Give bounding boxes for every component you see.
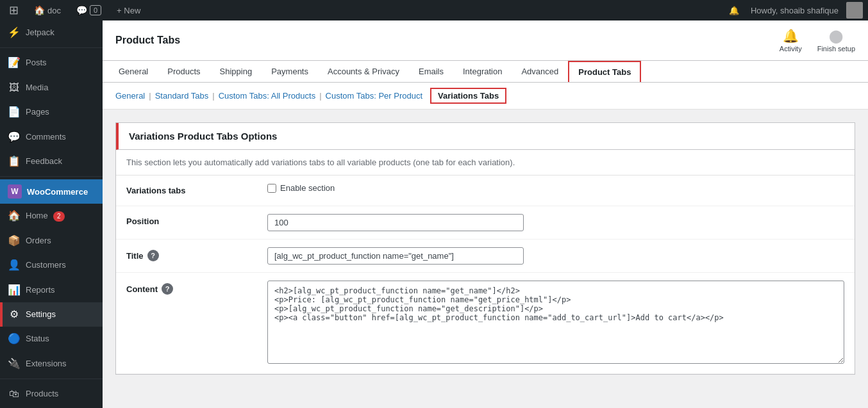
- tab-navigation: General Products Shipping Payments Accou…: [103, 61, 868, 83]
- content-row: Content ? <h2>[alg_wc_pt_product_functio…: [116, 273, 855, 374]
- status-icon: 🔵: [8, 332, 21, 346]
- activity-button[interactable]: 🔔 Activity: [780, 28, 802, 53]
- extensions-icon: 🔌: [8, 357, 21, 371]
- position-label: Position: [116, 206, 257, 240]
- sub-tab-custom-tabs-all[interactable]: Custom Tabs: All Products: [219, 91, 316, 101]
- variations-tabs-row: Variations tabs Enable section: [116, 175, 855, 206]
- content-label: Content ?: [116, 273, 257, 374]
- section-description: This section lets you automatically add …: [116, 150, 855, 175]
- tab-accounts-privacy[interactable]: Accounts & Privacy: [318, 61, 409, 82]
- activity-icon: 🔔: [783, 28, 799, 44]
- sidebar-item-comments[interactable]: 💬 Comments: [0, 125, 103, 149]
- enable-section-checkbox[interactable]: [267, 184, 276, 193]
- sub-tab-general[interactable]: General: [115, 91, 145, 101]
- wp-logo[interactable]: ⊞: [5, 0, 22, 20]
- sidebar-item-settings[interactable]: ⚙ Settings: [0, 302, 103, 327]
- sidebar-item-jetpack[interactable]: ⚡ Jetpack: [0, 20, 103, 45]
- sidebar-item-home[interactable]: 🏠 Home 2: [0, 204, 103, 228]
- tab-payments[interactable]: Payments: [262, 61, 318, 82]
- sidebar-item-products[interactable]: 🛍 Products: [0, 382, 103, 406]
- sidebar-item-posts[interactable]: 📝 Posts: [0, 51, 103, 75]
- products-icon: 🛍: [8, 387, 21, 401]
- tab-emails[interactable]: Emails: [409, 61, 453, 82]
- sidebar-item-media[interactable]: 🖼 Media: [0, 76, 103, 100]
- enable-section-label[interactable]: Enable section: [267, 183, 844, 193]
- sidebar-item-customers[interactable]: 👤 Customers: [0, 253, 103, 277]
- sidebar-item-pages[interactable]: 📄 Pages: [0, 100, 103, 124]
- content-textarea[interactable]: <h2>[alg_wc_pt_product_function name="ge…: [267, 281, 844, 364]
- home-icon: 🏠: [8, 209, 21, 223]
- site-name[interactable]: 🏠 doc: [30, 0, 65, 20]
- bell-icon[interactable]: 🔔: [725, 0, 743, 20]
- admin-bar: ⊞ 🏠 doc 💬 0 + New 🔔 Howdy, shoaib shafiq…: [0, 0, 868, 20]
- title-input[interactable]: [267, 247, 524, 265]
- variations-tabs-field: Enable section: [257, 175, 855, 206]
- content-area: Variations Product Tabs Options This sec…: [103, 110, 868, 388]
- sub-tab-navigation: General | Standard Tabs | Custom Tabs: A…: [103, 83, 868, 110]
- tab-shipping[interactable]: Shipping: [210, 61, 262, 82]
- woo-icon: W: [8, 184, 22, 199]
- avatar[interactable]: [846, 2, 863, 19]
- sidebar-item-reports[interactable]: 📊 Reports: [0, 278, 103, 302]
- main-content: Product Tabs 🔔 Activity ⬤ Finish setup G…: [103, 20, 868, 408]
- finish-setup-icon: ⬤: [829, 28, 843, 44]
- settings-icon: ⚙: [8, 307, 21, 322]
- tab-integration[interactable]: Integration: [453, 61, 512, 82]
- sub-tab-variations-tabs[interactable]: Variations Tabs: [430, 88, 506, 104]
- sidebar-item-status[interactable]: 🔵 Status: [0, 327, 103, 351]
- title-label: Title ?: [116, 240, 257, 273]
- page-title: Product Tabs: [115, 35, 180, 46]
- title-row: Title ?: [116, 240, 855, 273]
- media-icon: 🖼: [8, 81, 21, 95]
- sub-tab-custom-tabs-per[interactable]: Custom Tabs: Per Product: [326, 91, 423, 101]
- tab-general[interactable]: General: [109, 61, 158, 82]
- section-title-bar: Variations Product Tabs Options: [116, 123, 855, 150]
- section-box: Variations Product Tabs Options This sec…: [115, 122, 855, 375]
- tab-product-tabs[interactable]: Product Tabs: [568, 61, 641, 82]
- section-title: Variations Product Tabs Options: [129, 131, 277, 142]
- variations-tabs-label: Variations tabs: [116, 175, 257, 206]
- comments-icon: 💬: [8, 130, 21, 144]
- content-help-icon[interactable]: ?: [162, 283, 173, 295]
- howdy-text: Howdy, shoaib shafique: [751, 6, 839, 15]
- title-help-icon[interactable]: ?: [147, 250, 159, 261]
- orders-icon: 📦: [8, 234, 21, 248]
- position-field: [257, 206, 855, 240]
- feedback-icon: 📋: [8, 154, 21, 168]
- home-badge: 2: [53, 211, 65, 222]
- tab-products[interactable]: Products: [158, 61, 210, 82]
- sidebar: ⚡ Jetpack 📝 Posts 🖼 Media 📄 Pages 💬 Comm…: [0, 20, 103, 408]
- sidebar-woocommerce-header[interactable]: W WooCommerce: [0, 179, 103, 204]
- reports-icon: 📊: [8, 283, 21, 297]
- position-input[interactable]: [267, 214, 524, 231]
- finish-setup-button[interactable]: ⬤ Finish setup: [817, 28, 855, 53]
- pages-icon: 📄: [8, 105, 21, 119]
- content-field-cell: <h2>[alg_wc_pt_product_function name="ge…: [257, 273, 855, 374]
- page-header: Product Tabs 🔔 Activity ⬤ Finish setup: [103, 20, 868, 61]
- title-field: [257, 240, 855, 273]
- sub-tab-standard-tabs[interactable]: Standard Tabs: [155, 91, 209, 101]
- sidebar-item-feedback[interactable]: 📋 Feedback: [0, 149, 103, 174]
- new-button[interactable]: + New: [113, 0, 144, 20]
- position-row: Position: [116, 206, 855, 240]
- admin-bar-right: 🔔 Howdy, shoaib shafique: [725, 0, 863, 20]
- customers-icon: 👤: [8, 258, 21, 272]
- sidebar-item-extensions[interactable]: 🔌 Extensions: [0, 352, 103, 376]
- tab-advanced[interactable]: Advanced: [512, 61, 568, 82]
- header-actions: 🔔 Activity ⬤ Finish setup: [780, 28, 855, 53]
- posts-icon: 📝: [8, 56, 21, 70]
- comments-link[interactable]: 💬 0: [72, 0, 105, 20]
- form-table: Variations tabs Enable section Positio: [116, 175, 855, 374]
- jetpack-icon: ⚡: [8, 26, 21, 40]
- sidebar-item-orders[interactable]: 📦 Orders: [0, 229, 103, 253]
